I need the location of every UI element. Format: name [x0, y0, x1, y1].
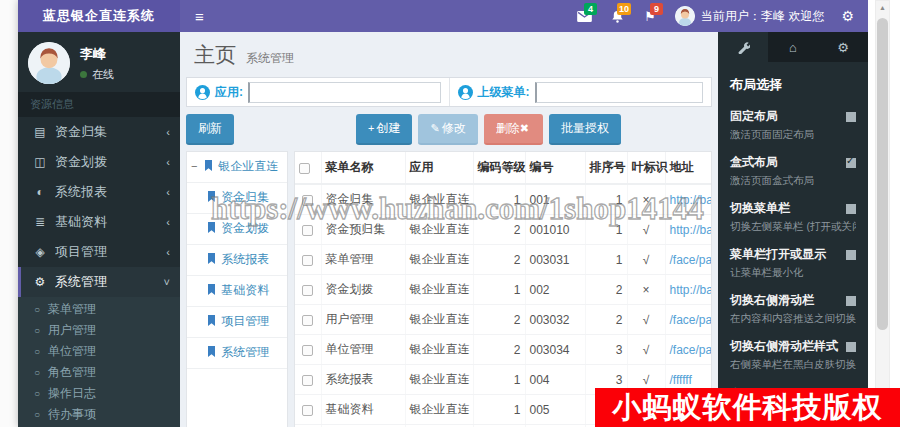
- table-row[interactable]: 单位管理 银企业直连 2 003034 3 √ /face/page: [295, 335, 712, 365]
- batch-authorize-button[interactable]: 批量授权: [549, 114, 621, 145]
- cell-sort: 1: [585, 245, 627, 275]
- table-row[interactable]: 资金归集 银企业直连 1 001 1 × http://baid: [295, 184, 712, 215]
- col-code[interactable]: 编号: [525, 152, 585, 184]
- cell-url-link[interactable]: /face/page: [665, 305, 712, 335]
- tree-node[interactable]: − 银企业直连: [187, 152, 287, 183]
- submenu-item[interactable]: ○ 菜单管理: [18, 299, 180, 320]
- cell-menu-name: 用户管理: [321, 305, 405, 335]
- tree-node[interactable]: 系统报表: [187, 245, 287, 276]
- cell-url-link[interactable]: http://baid: [665, 215, 712, 245]
- cell-leaf-flag: √: [627, 335, 665, 365]
- collapse-toggle-icon[interactable]: −: [191, 161, 197, 171]
- breadcrumb[interactable]: 系统管理: [246, 50, 294, 67]
- tab-layout-settings[interactable]: [718, 32, 768, 62]
- x-icon: ✖: [520, 122, 529, 134]
- parent-menu-filter-input[interactable]: [535, 82, 704, 103]
- option-checkbox[interactable]: [846, 204, 856, 214]
- screen: 蓝思银企直连系统 ≡ 4 10 ⚑ 9: [0, 0, 900, 427]
- tab-home[interactable]: ⌂: [768, 32, 818, 62]
- row-checkbox[interactable]: [302, 405, 313, 416]
- cell-url-link[interactable]: /face/page: [665, 245, 712, 275]
- sidebar-menu-item[interactable]: ◫ 资金划拨 ‹: [18, 147, 180, 177]
- tab-settings[interactable]: ⚙: [818, 32, 868, 62]
- col-url[interactable]: 地址: [665, 152, 712, 184]
- table-row[interactable]: 用户管理 银企业直连 2 003032 2 √ /face/page: [295, 305, 712, 335]
- gears-icon[interactable]: ⚙: [841, 8, 854, 24]
- tree-node[interactable]: 系统管理: [187, 338, 287, 369]
- sidebar-menu-item[interactable]: ▤ 资金归集 ‹: [18, 117, 180, 147]
- user-menu[interactable]: 当前用户：李峰 欢迎您: [675, 6, 824, 26]
- notifications-menu[interactable]: 10: [609, 9, 625, 23]
- option-label: 切换右侧滑动栏: [730, 292, 814, 309]
- circle-icon: ○: [34, 325, 40, 336]
- scroll-up-arrow-icon[interactable]: ▲: [876, 1, 889, 14]
- layout-option: 切换右侧滑动栏样式 右侧菜单栏在黑白皮肤切换: [730, 338, 856, 372]
- row-checkbox[interactable]: [302, 225, 313, 236]
- cell-code: 003034: [525, 335, 585, 365]
- edit-button[interactable]: ✎修改: [418, 114, 477, 145]
- submenu-item[interactable]: ○ 角色管理: [18, 362, 180, 383]
- cell-sort: 1: [585, 184, 627, 215]
- select-all-checkbox[interactable]: [299, 163, 310, 174]
- submenu-item[interactable]: ○ 单位管理: [18, 341, 180, 362]
- page-scrollbar[interactable]: ▲: [875, 0, 890, 427]
- cell-url-link[interactable]: http://baid: [665, 275, 712, 305]
- row-checkbox[interactable]: [302, 315, 313, 326]
- col-leaf[interactable]: 叶标识: [627, 152, 665, 184]
- tree-node[interactable]: 基础资料: [187, 276, 287, 307]
- system-submenu: ○ 菜单管理 ○ 用户管理 ○ 单位管理 ○ 角色管理 ○ 操作日志: [18, 297, 180, 427]
- cell-url-link[interactable]: http://baid: [665, 184, 712, 215]
- tree-node-label: 资金归集: [221, 190, 269, 204]
- tasks-menu[interactable]: ⚑ 9: [642, 9, 658, 23]
- scrollbar-thumb[interactable]: [877, 18, 888, 330]
- row-checkbox[interactable]: [302, 345, 313, 356]
- cell-url-link[interactable]: /face/page: [665, 335, 712, 365]
- tree-node[interactable]: 项目管理: [187, 307, 287, 338]
- col-menu-name[interactable]: 菜单名称: [321, 152, 405, 184]
- submenu-item[interactable]: ○ 操作日志: [18, 383, 180, 404]
- submenu-item-label: 单位管理: [48, 343, 96, 360]
- main-content: 主页 系统管理 应用: 上级菜单: 刷新 +创建 ✎修改 删: [180, 32, 718, 427]
- messages-menu[interactable]: 4: [576, 9, 592, 23]
- option-checkbox[interactable]: [846, 342, 856, 352]
- table-row[interactable]: 菜单管理 银企业直连 2 003031 1 √ /face/page: [295, 245, 712, 275]
- tree-node-label: 系统报表: [221, 252, 269, 266]
- row-checkbox[interactable]: [302, 195, 313, 206]
- sidebar-toggle-icon[interactable]: ≡: [180, 8, 219, 25]
- option-checkbox[interactable]: [846, 112, 856, 122]
- menu-table: 菜单名称 应用 编码等级 编号 排序号 叶标识 地址: [295, 152, 712, 427]
- cell-sort: 2: [585, 275, 627, 305]
- submenu-item[interactable]: ○ 待办事项: [18, 404, 180, 425]
- sidebar-menu-item[interactable]: ◈ 项目管理 ‹: [18, 237, 180, 267]
- tree-node[interactable]: 资金归集: [187, 183, 287, 214]
- option-checkbox[interactable]: [846, 158, 856, 168]
- row-checkbox[interactable]: [302, 375, 313, 386]
- sidebar-menu-item[interactable]: ◐ 系统报表 ‹: [18, 177, 180, 207]
- table-row[interactable]: 资金划拨 银企业直连 1 002 2 × http://baid: [295, 275, 712, 305]
- cell-menu-name: 资金划拨: [321, 275, 405, 305]
- refresh-button[interactable]: 刷新: [186, 114, 234, 145]
- cell-level: 1: [473, 184, 525, 215]
- option-checkbox[interactable]: [846, 296, 856, 306]
- option-label: 切换右侧滑动栏样式: [730, 338, 838, 355]
- menu-item-label: 项目管理: [55, 243, 166, 261]
- sidebar-menu-item[interactable]: ≣ 基础资料 ‹: [18, 207, 180, 237]
- col-sort[interactable]: 排序号: [585, 152, 627, 184]
- row-checkbox[interactable]: [302, 255, 313, 266]
- user-status[interactable]: 在线: [80, 67, 114, 82]
- submenu-item[interactable]: ○ 用户管理: [18, 320, 180, 341]
- col-app[interactable]: 应用: [405, 152, 473, 184]
- create-button[interactable]: +创建: [356, 114, 412, 145]
- option-label: 切换菜单栏: [730, 200, 790, 217]
- table-row[interactable]: 资金预归集 银企业直连 2 001010 1 √ http://baid: [295, 215, 712, 245]
- current-user-text: 当前用户：李峰 欢迎您: [701, 8, 824, 25]
- circle-icon: ○: [34, 367, 40, 378]
- row-checkbox[interactable]: [302, 285, 313, 296]
- option-checkbox[interactable]: [846, 250, 856, 260]
- sidebar-menu-item[interactable]: ⚙ 系统管理 ˅: [18, 267, 180, 297]
- delete-button[interactable]: 删除✖: [484, 114, 543, 145]
- col-level[interactable]: 编码等级: [473, 152, 525, 184]
- app-filter-input[interactable]: [248, 82, 441, 103]
- tree-node[interactable]: 资金划拨: [187, 214, 287, 245]
- messages-badge: 4: [584, 3, 597, 15]
